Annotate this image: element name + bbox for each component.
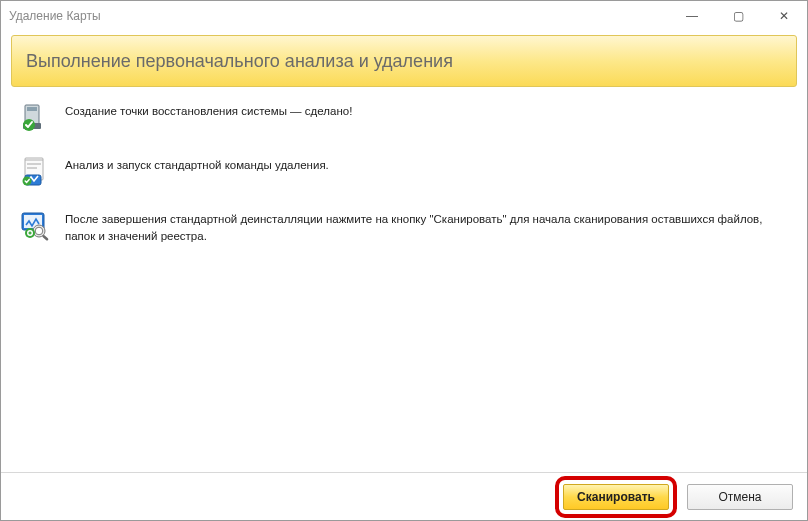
cancel-button[interactable]: Отмена xyxy=(687,484,793,510)
restore-point-done-icon xyxy=(19,101,51,133)
svg-rect-1 xyxy=(27,107,37,111)
scan-leftovers-icon xyxy=(19,209,51,241)
svg-rect-5 xyxy=(27,163,41,165)
minimize-icon: — xyxy=(686,9,698,23)
step-row: Создание точки восстановления системы — … xyxy=(19,101,789,133)
cancel-button-label: Отмена xyxy=(718,490,761,504)
page-title: Выполнение первоначального анализа и уда… xyxy=(26,51,453,72)
scan-button[interactable]: Сканировать xyxy=(563,484,669,510)
close-icon: ✕ xyxy=(779,9,789,23)
app-window: Удаление Карты — ▢ ✕ Выполнение первонач… xyxy=(0,0,808,521)
step-row: Анализ и запуск стандартной команды удал… xyxy=(19,155,789,187)
maximize-icon: ▢ xyxy=(733,9,744,23)
titlebar: Удаление Карты — ▢ ✕ xyxy=(1,1,807,31)
content-area: Создание точки восстановления системы — … xyxy=(1,87,807,472)
scan-button-label: Сканировать xyxy=(577,490,655,504)
close-button[interactable]: ✕ xyxy=(761,1,807,31)
svg-rect-6 xyxy=(27,167,37,169)
step-text: После завершения стандартной деинсталляц… xyxy=(65,209,789,244)
minimize-button[interactable]: — xyxy=(669,1,715,31)
step-row: После завершения стандартной деинсталляц… xyxy=(19,209,789,244)
header-band: Выполнение первоначального анализа и уда… xyxy=(11,35,797,87)
maximize-button[interactable]: ▢ xyxy=(715,1,761,31)
highlight-frame: Сканировать xyxy=(555,476,677,518)
svg-rect-13 xyxy=(42,235,49,241)
window-title: Удаление Карты xyxy=(9,9,669,23)
svg-point-12 xyxy=(35,227,43,235)
step-text: Создание точки восстановления системы — … xyxy=(65,101,352,120)
step-text: Анализ и запуск стандартной команды удал… xyxy=(65,155,329,174)
footer-bar: Сканировать Отмена xyxy=(1,472,807,520)
analyze-command-icon xyxy=(19,155,51,187)
